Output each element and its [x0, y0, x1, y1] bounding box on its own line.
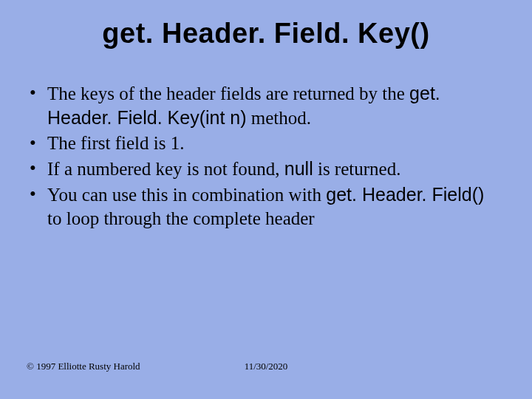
code-text: get. Header. Field() [326, 184, 484, 205]
code-text: null [284, 158, 313, 179]
slide-title: get. Header. Field. Key() [0, 18, 532, 50]
list-item: The first field is 1. [27, 132, 502, 155]
slide-body: The keys of the header fields are return… [27, 81, 502, 232]
list-item: You can use this in combination with get… [27, 183, 502, 231]
bullet-text: If a numbered key is not found, [47, 159, 284, 179]
bullet-list: The keys of the header fields are return… [27, 81, 502, 231]
list-item: If a numbered key is not found, null is … [27, 157, 502, 181]
bullet-text: is returned. [313, 159, 401, 179]
bullet-text: to loop through the complete header [47, 208, 315, 228]
bullet-text: method. [247, 108, 312, 128]
bullet-text: The keys of the header fields are return… [47, 83, 409, 103]
bullet-text: You can use this in combination with [47, 185, 326, 205]
slide: get. Header. Field. Key() The keys of th… [0, 0, 532, 399]
date-text: 11/30/2020 [0, 361, 532, 372]
bullet-text: The first field is 1. [47, 133, 184, 153]
list-item: The keys of the header fields are return… [27, 81, 502, 130]
